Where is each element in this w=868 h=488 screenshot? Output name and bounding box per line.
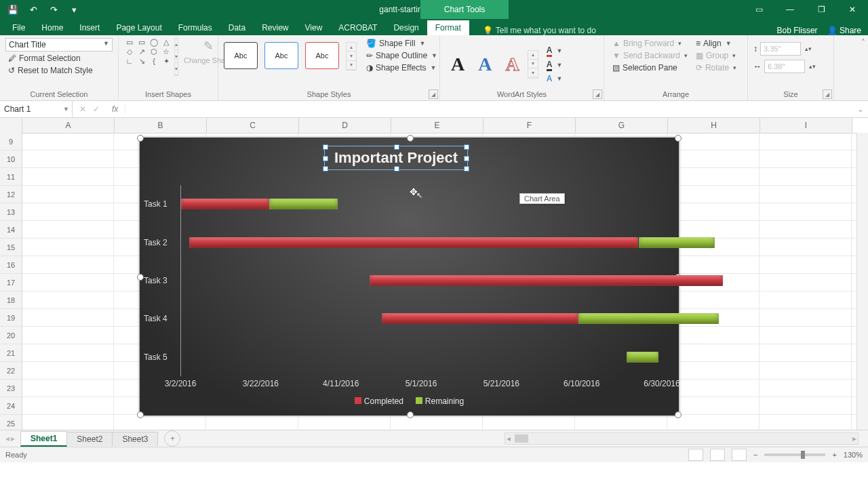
row-header[interactable]: 23 (0, 380, 22, 397)
spinner-icon[interactable]: ▴▾ (805, 45, 812, 52)
spinner-icon[interactable]: ▴▾ (809, 63, 816, 70)
row-header[interactable]: 24 (0, 397, 22, 415)
chart-title-selected[interactable]: Important Project (324, 146, 468, 170)
selection-pane-button[interactable]: ▤Selection Pane (610, 62, 690, 73)
tab-formulas[interactable]: Formulas (170, 20, 220, 35)
enter-formula-button[interactable]: ✓ (93, 104, 100, 114)
text-effects-button[interactable]: A▼ (544, 73, 566, 84)
row-header[interactable]: 21 (0, 344, 22, 362)
reset-to-match-style-button[interactable]: ↺Reset to Match Style (5, 65, 113, 76)
row-header[interactable]: 25 (0, 415, 22, 430)
tab-data[interactable]: Data (220, 20, 254, 35)
bar-completed[interactable] (181, 199, 269, 209)
normal-view-button[interactable] (688, 449, 703, 461)
column-header[interactable]: F (484, 118, 576, 133)
column-header[interactable]: B (115, 118, 207, 133)
bar-completed[interactable] (370, 275, 723, 286)
insert-function-button[interactable]: fx (106, 104, 118, 114)
bar-completed[interactable] (189, 237, 639, 248)
tab-review[interactable]: Review (254, 20, 296, 35)
align-button[interactable]: ≡Align▼ (693, 38, 739, 49)
shape-styles-dialog-launcher[interactable]: ◢ (429, 89, 438, 99)
sheet-tab[interactable]: Sheet3 (112, 432, 158, 446)
chart-element-dropdown[interactable]: Chart Title▼ (5, 38, 113, 52)
row-header[interactable]: 12 (0, 186, 22, 203)
shape-outline-button[interactable]: ✏Shape Outline▼ (363, 50, 440, 61)
row-header[interactable]: 13 (0, 203, 22, 221)
column-header[interactable]: I (760, 118, 852, 133)
zoom-in-button[interactable]: + (832, 451, 836, 459)
selection-handle[interactable] (407, 411, 414, 418)
bar-completed[interactable] (382, 313, 578, 324)
shapes-gallery[interactable]: ▭▭◯△ ◇↗⬡☆ ∟↘{✦ (124, 38, 172, 66)
bar-remaining[interactable] (627, 352, 658, 363)
shape-effects-button[interactable]: ◑Shape Effects▼ (363, 62, 440, 73)
row-header[interactable]: 11 (0, 168, 22, 186)
row-header[interactable]: 22 (0, 362, 22, 380)
shapes-gallery-more[interactable]: ▴▾▾ (174, 38, 178, 76)
shape-fill-button[interactable]: 🪣Shape Fill▼ (363, 38, 440, 49)
tab-acrobat[interactable]: ACROBAT (330, 20, 385, 35)
column-header[interactable]: A (22, 118, 115, 133)
row-header[interactable]: 9 (0, 133, 22, 150)
bar-remaining[interactable] (578, 313, 719, 324)
text-fill-button[interactable]: A▼ (544, 45, 566, 58)
redo-button[interactable]: ↷ (45, 2, 62, 17)
row-header[interactable]: 17 (0, 274, 22, 291)
cancel-formula-button[interactable]: ✕ (79, 104, 86, 114)
shape-width-input[interactable]: 6.38" (764, 60, 805, 73)
selection-handle[interactable] (675, 411, 682, 418)
tab-page-layout[interactable]: Page Layout (108, 20, 170, 35)
restore-button[interactable]: ❐ (806, 0, 837, 19)
tab-home[interactable]: Home (33, 20, 71, 35)
share-button[interactable]: 👤 Share (827, 26, 861, 35)
vertical-scrollbar[interactable] (856, 133, 868, 430)
wordart-dialog-launcher[interactable]: ◢ (593, 89, 602, 99)
sheet-nav-buttons[interactable]: ◂▸ (0, 434, 20, 443)
close-button[interactable]: ✕ (837, 0, 868, 19)
shape-height-input[interactable]: 3.35" (760, 42, 801, 56)
chart-plot-area[interactable] (180, 185, 663, 376)
selection-handle[interactable] (137, 411, 144, 418)
tab-format[interactable]: Format (427, 20, 469, 35)
shape-style-preset-2[interactable]: Abc (264, 42, 298, 69)
bar-remaining[interactable] (639, 237, 715, 248)
sheet-tab[interactable]: Sheet2 (66, 432, 113, 446)
page-break-view-button[interactable] (732, 449, 747, 461)
wordart-more[interactable]: ▴▾▾ (528, 50, 538, 79)
selection-handle[interactable] (675, 135, 682, 142)
bar-remaining[interactable] (269, 199, 338, 209)
legend-item-completed[interactable]: Completed (355, 396, 403, 406)
row-header[interactable]: 15 (0, 239, 22, 256)
shape-style-preset-3[interactable]: Abc (305, 42, 339, 69)
tab-design[interactable]: Design (385, 20, 427, 35)
shape-styles-more[interactable]: ▴▾▾ (346, 42, 357, 70)
name-box[interactable]: Chart 1▼ (0, 101, 73, 117)
sheet-tab-active[interactable]: Sheet1 (20, 431, 67, 447)
zoom-slider[interactable] (764, 453, 825, 456)
chart-legend[interactable]: Completed Remaining (140, 396, 679, 406)
column-header[interactable]: C (207, 118, 299, 133)
new-sheet-button[interactable]: + (164, 430, 180, 447)
collapse-ribbon-button[interactable]: ˄ (861, 38, 865, 47)
ribbon-display-options[interactable]: ▭ (743, 0, 774, 19)
chart-object[interactable]: Important Project ✥↖ Chart Area Complete… (139, 137, 679, 416)
column-header[interactable]: E (391, 118, 484, 133)
row-header[interactable]: 19 (0, 309, 22, 327)
wordart-preset-2[interactable]: A (473, 54, 497, 75)
zoom-out-button[interactable]: − (753, 451, 757, 459)
select-all-corner[interactable] (0, 118, 22, 133)
column-header[interactable]: D (299, 118, 391, 133)
size-dialog-launcher[interactable]: ◢ (823, 89, 832, 99)
undo-button[interactable]: ↶ (24, 2, 42, 17)
row-header[interactable]: 10 (0, 150, 22, 168)
row-header[interactable]: 14 (0, 221, 22, 239)
tab-file[interactable]: File (4, 20, 33, 35)
signed-in-user[interactable]: Bob Flisser (777, 26, 818, 35)
row-header[interactable]: 16 (0, 256, 22, 274)
tab-view[interactable]: View (297, 20, 331, 35)
selection-handle[interactable] (137, 274, 144, 281)
format-selection-button[interactable]: 🖉Format Selection (5, 53, 113, 64)
column-header[interactable]: H (668, 118, 760, 133)
save-button[interactable]: 💾 (4, 2, 22, 17)
